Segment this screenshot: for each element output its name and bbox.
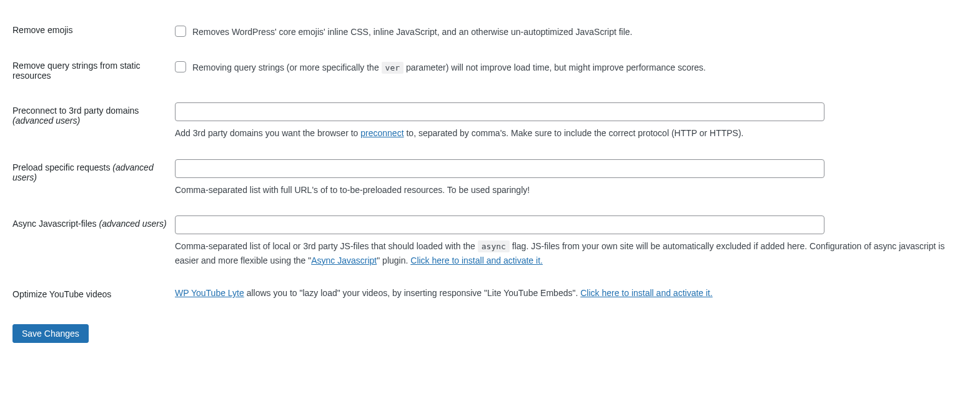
link-wp-youtube-lyte[interactable]: WP YouTube Lyte <box>175 288 244 298</box>
row-remove-query-strings: Remove query strings from static resourc… <box>12 48 968 93</box>
link-async-install[interactable]: Click here to install and activate it. <box>410 255 543 265</box>
code-ver: ver <box>382 62 403 74</box>
save-button[interactable]: Save Changes <box>12 324 89 343</box>
desc-preload: Comma-separated list with full URL's of … <box>175 183 961 197</box>
label-preconnect: Preconnect to 3rd party domains (advance… <box>12 93 175 149</box>
input-preconnect[interactable] <box>175 102 824 121</box>
row-async-js: Async Javascript-files (advanced users) … <box>12 206 968 277</box>
desc-remove-emojis: Removes WordPress' core emojis' inline C… <box>192 27 633 37</box>
checkbox-remove-query-strings[interactable] <box>175 61 186 72</box>
row-remove-emojis: Remove emojis Removes WordPress' core em… <box>12 12 968 48</box>
label-youtube: Optimize YouTube videos <box>12 277 175 312</box>
settings-form: Remove emojis Removes WordPress' core em… <box>0 0 980 355</box>
label-remove-query-strings: Remove query strings from static resourc… <box>12 48 175 93</box>
input-async-js[interactable] <box>175 215 824 234</box>
input-preload[interactable] <box>175 159 824 178</box>
settings-table: Remove emojis Removes WordPress' core em… <box>12 12 968 312</box>
label-preload: Preload specific requests (advanced user… <box>12 150 175 206</box>
desc-async-js: Comma-separated list of local or 3rd par… <box>175 239 961 267</box>
link-async-javascript[interactable]: Async Javascript <box>311 255 377 265</box>
label-async-js: Async Javascript-files (advanced users) <box>12 206 175 277</box>
link-preconnect[interactable]: preconnect <box>360 128 403 138</box>
row-youtube: Optimize YouTube videos WP YouTube Lyte … <box>12 277 968 312</box>
row-preconnect: Preconnect to 3rd party domains (advance… <box>12 93 968 149</box>
checkbox-remove-emojis[interactable] <box>175 26 186 37</box>
code-async: async <box>478 240 510 252</box>
link-youtube-install[interactable]: Click here to install and activate it. <box>580 288 713 298</box>
label-remove-emojis: Remove emojis <box>12 12 175 48</box>
desc-youtube: WP YouTube Lyte allows you to "lazy load… <box>175 288 713 298</box>
row-preload: Preload specific requests (advanced user… <box>12 150 968 206</box>
desc-remove-query-strings: Removing query strings (or more specific… <box>192 62 706 72</box>
desc-preconnect: Add 3rd party domains you want the brows… <box>175 126 961 140</box>
